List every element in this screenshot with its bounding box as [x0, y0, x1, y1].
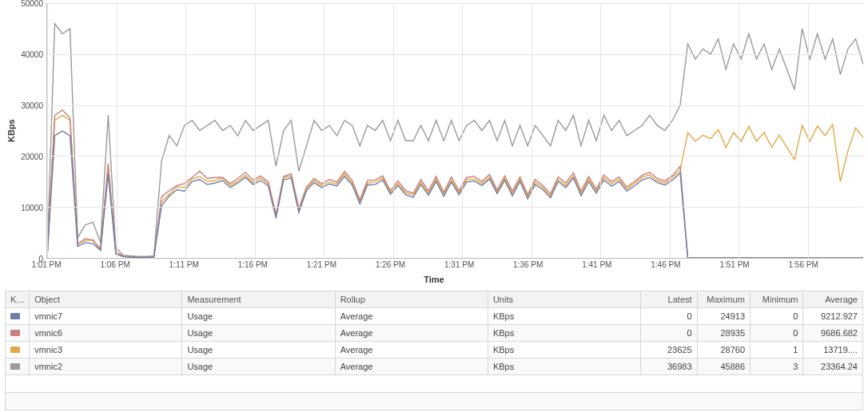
cell-rollup: Average	[335, 325, 488, 342]
legend-swatch	[10, 313, 20, 319]
y-tick: 10000	[21, 204, 43, 212]
cell-units: KBps	[488, 342, 640, 359]
cell-units: KBps	[488, 325, 640, 342]
col-object[interactable]: Object	[30, 291, 182, 308]
cell-average: 9212.927	[803, 308, 863, 325]
table-row[interactable]: vmnic2UsageAverageKBps3698345886323364.2…	[6, 359, 863, 375]
cell-object: vmnic2	[30, 359, 182, 375]
cell-object: vmnic7	[30, 308, 182, 325]
cell-latest: 36983	[641, 359, 697, 375]
x-tick: 1:41 PM	[582, 260, 611, 269]
cell-latest: 0	[641, 308, 697, 325]
x-tick: 1:06 PM	[100, 260, 129, 269]
x-tick: 1:36 PM	[513, 260, 543, 269]
y-axis-label: KBps	[5, 3, 19, 259]
cell-minimum: 0	[751, 308, 803, 325]
network-usage-chart: KBps 01000020000300004000050000 1:01 PM1…	[0, 0, 868, 291]
cell-latest: 0	[641, 325, 697, 342]
cell-maximum: 45886	[697, 359, 750, 375]
y-tick: 30000	[21, 101, 43, 110]
col-measurement[interactable]: Measurement	[182, 291, 335, 308]
cell-measurement: Usage	[182, 359, 335, 375]
col-maximum[interactable]: Maximum	[697, 291, 750, 308]
x-tick: 1:46 PM	[651, 260, 680, 269]
y-tick: 20000	[21, 153, 43, 161]
cell-measurement: Usage	[182, 342, 335, 359]
table-row[interactable]: vmnic7UsageAverageKBps02491309212.927	[6, 308, 863, 325]
cell-object: vmnic6	[30, 325, 182, 342]
cell-rollup: Average	[335, 342, 488, 359]
y-axis: 01000020000300004000050000	[19, 3, 46, 259]
series-vmnic6[interactable]	[47, 110, 863, 258]
cell-maximum: 28935	[697, 325, 750, 342]
x-axis: 1:01 PM1:06 PM1:11 PM1:16 PM1:21 PM1:26 …	[46, 259, 858, 271]
cell-average: 13719....	[803, 342, 863, 359]
cell-average: 9686.682	[803, 325, 863, 342]
col-units[interactable]: Units	[488, 291, 640, 308]
cell-minimum: 0	[751, 325, 803, 342]
legend-swatch	[10, 330, 20, 336]
key-swatch-cell	[6, 359, 30, 375]
table-row[interactable]: vmnic6UsageAverageKBps02893509686.682	[6, 325, 863, 342]
x-axis-label: Time	[5, 271, 863, 291]
table-row[interactable]: vmnic3UsageAverageKBps2362528760113719..…	[6, 342, 863, 359]
y-tick: 50000	[21, 0, 43, 8]
x-tick: 1:56 PM	[788, 260, 818, 269]
cell-measurement: Usage	[182, 325, 335, 342]
cell-rollup: Average	[335, 359, 488, 375]
x-tick: 1:31 PM	[444, 260, 474, 269]
cell-maximum: 28760	[697, 342, 750, 359]
cell-object: vmnic3	[30, 342, 182, 359]
table-row-empty	[6, 393, 863, 410]
x-tick: 1:51 PM	[719, 260, 749, 269]
col-rollup[interactable]: Rollup	[335, 291, 488, 308]
table-header-row: Key Object Measurement Rollup Units Late…	[6, 291, 863, 308]
key-swatch-cell	[6, 325, 30, 342]
cell-average: 23364.24	[803, 359, 863, 375]
x-tick: 1:26 PM	[376, 260, 405, 269]
cell-maximum: 24913	[697, 308, 750, 325]
cell-measurement: Usage	[182, 308, 335, 325]
key-swatch-cell	[6, 308, 30, 325]
legend-swatch	[10, 347, 20, 353]
chart-plot-area: KBps 01000020000300004000050000	[5, 3, 863, 259]
plot-region[interactable]	[46, 3, 863, 259]
cell-latest: 23625	[641, 342, 697, 359]
cell-minimum: 3	[751, 359, 803, 375]
col-latest[interactable]: Latest	[641, 291, 697, 308]
table-row-empty	[6, 375, 863, 393]
key-swatch-cell	[6, 342, 30, 359]
x-tick: 1:16 PM	[238, 260, 268, 269]
x-tick: 1:01 PM	[31, 260, 61, 269]
cell-units: KBps	[488, 308, 640, 325]
x-tick: 1:21 PM	[307, 260, 336, 269]
cell-minimum: 1	[751, 342, 803, 359]
col-average[interactable]: Average	[803, 291, 863, 308]
col-minimum[interactable]: Minimum	[751, 291, 803, 308]
cell-rollup: Average	[335, 308, 488, 325]
cell-units: KBps	[488, 359, 640, 375]
legend-swatch	[10, 363, 20, 370]
col-key[interactable]: Key	[6, 291, 30, 308]
performance-counter-table: Key Object Measurement Rollup Units Late…	[5, 291, 863, 410]
y-tick: 40000	[21, 50, 43, 59]
x-tick: 1:11 PM	[169, 260, 199, 269]
